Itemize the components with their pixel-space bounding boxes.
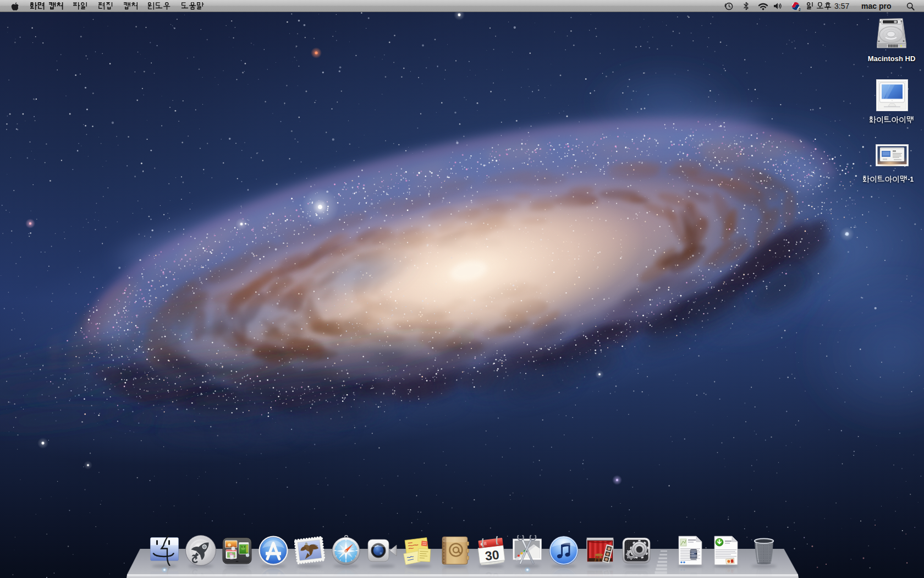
svg-text:-1: -1 bbox=[908, 176, 914, 183]
svg-text:30: 30 bbox=[485, 547, 501, 563]
svg-text:2: 2 bbox=[799, 8, 801, 12]
